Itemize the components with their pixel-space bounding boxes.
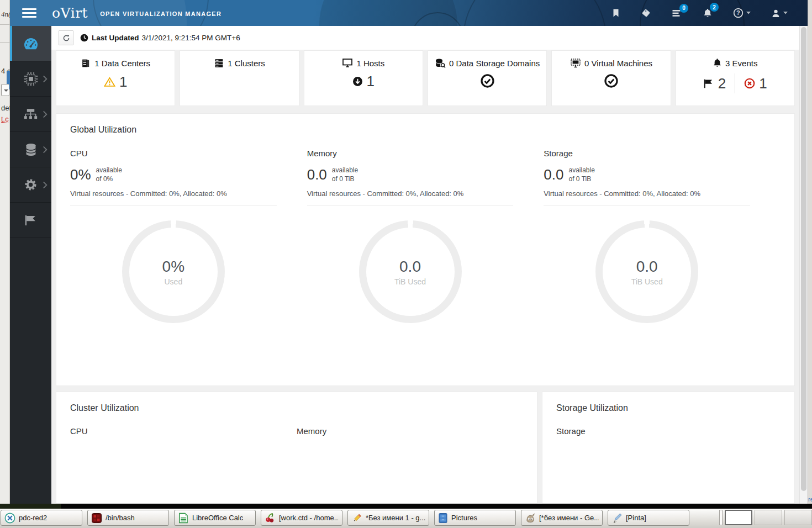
caret-down-icon: [783, 12, 788, 14]
metric-title: Memory: [297, 426, 523, 436]
gu-column-cpu: CPU 0% available of 0% Virtual resources…: [70, 149, 307, 323]
status-count[interactable]: 1: [759, 75, 767, 92]
cluster-utilization-panel: Cluster Utilization CPU Memory: [56, 392, 537, 504]
deco-circle: [319, 0, 457, 26]
sidebar-item-dashboard[interactable]: [10, 26, 51, 61]
taskbar-button-pdc-red2[interactable]: pdc-red2: [1, 510, 82, 526]
storage-icon: [24, 142, 38, 157]
pinta-icon: [611, 513, 623, 524]
masthead-icons: 0 2 ?: [611, 8, 808, 18]
taskbar-button-pinta[interactable]: [Pinta]: [608, 510, 689, 526]
available-of: of 0 TiB: [569, 175, 595, 183]
down-circle-icon: [352, 76, 363, 87]
check-circle-icon: [480, 73, 495, 88]
sidebar-item-compute[interactable]: [10, 61, 51, 97]
clock-icon: [80, 34, 88, 42]
taskbar-button-gedit[interactable]: *Без имени 1 - g...: [347, 510, 429, 526]
bookmark-icon[interactable]: [611, 8, 620, 18]
sidebar-item-events[interactable]: [10, 203, 51, 238]
remote-desktop-icon: [4, 513, 15, 524]
chevron-right-icon: [43, 75, 48, 83]
available-label: available: [569, 166, 595, 175]
refresh-button[interactable]: [59, 30, 73, 45]
metric-title: Memory: [307, 149, 514, 158]
scrollbar-thumb[interactable]: [801, 27, 806, 491]
card-label: 1 Clusters: [228, 59, 265, 68]
status-count[interactable]: 1: [367, 73, 375, 90]
caret-down-icon: [746, 12, 751, 14]
available-value: 0%: [70, 166, 91, 183]
taskbar-button-pictures[interactable]: Pictures: [434, 510, 516, 526]
available-label: available: [332, 166, 358, 175]
background-window-right[interactable]: rev: [808, 0, 812, 504]
sidebar-item-administration[interactable]: [10, 167, 51, 203]
masthead: oVirt OPEN VIRTUALIZATION MANAGER 0 2: [10, 0, 808, 26]
background-window-left[interactable]: 4n( 4 e def t.c: [0, 0, 10, 504]
flag-icon: [24, 214, 38, 227]
workspace-3[interactable]: [784, 510, 812, 525]
card-data-centers[interactable]: 1 Data Centers 1: [56, 50, 175, 106]
notifications-bell-icon[interactable]: 2: [703, 8, 713, 18]
card-storage-domains[interactable]: 0 Data Storage Domains: [428, 50, 547, 106]
card-label: 3 Events: [725, 59, 757, 68]
available-value: 0.0: [544, 166, 563, 183]
sidebar-item-network[interactable]: [10, 97, 51, 132]
help-menu[interactable]: ?: [733, 8, 751, 18]
workspace-switcher: [719, 510, 812, 525]
workspace-1[interactable]: [725, 510, 752, 525]
donut-value: 0%: [162, 258, 184, 276]
taskbar-button-cherrytree[interactable]: [work.ctd - /home...: [261, 510, 342, 526]
tasks-icon[interactable]: 0: [672, 9, 682, 18]
divider: [544, 205, 750, 206]
bg-text-fragment: def: [1, 104, 10, 112]
ovirt-logo[interactable]: oVirt: [52, 5, 88, 21]
gimp-icon: [525, 513, 536, 524]
gu-column-storage: Storage 0.0 available of 0 TiB Virtual r…: [544, 149, 781, 323]
chevron-right-icon: [43, 146, 48, 154]
chevron-right-icon: [43, 181, 48, 189]
last-updated-time: 3/1/2021, 9:21:54 PM GMT+6: [142, 34, 240, 42]
donut-unit: Used: [164, 277, 182, 286]
taskbar-button-libreoffice-calc[interactable]: LibreOffice Calc: [174, 510, 256, 526]
cpu-donut-chart: 0% Used: [122, 220, 225, 323]
status-count[interactable]: 2: [718, 75, 726, 92]
card-events[interactable]: 3 Events 2 1: [676, 50, 795, 106]
dashboard-content: Last Updated 3/1/2021, 9:21:54 PM GMT+6 …: [51, 26, 799, 504]
tasks-badge: 0: [679, 4, 688, 13]
metric-title: CPU: [70, 149, 277, 158]
available-value: 0.0: [307, 166, 327, 183]
user-menu[interactable]: [771, 8, 788, 18]
workspace-2[interactable]: [755, 510, 782, 525]
available-of: of 0 TiB: [332, 175, 358, 183]
virtual-machines-icon: [570, 58, 581, 68]
bg-link-fragment: rev: [808, 496, 812, 503]
taskbar-button-gimp[interactable]: [*без имени - Ge...: [521, 510, 603, 526]
clusters-icon: [214, 58, 224, 68]
error-circle-icon: [744, 78, 755, 89]
donut-value: 0.0: [399, 258, 421, 276]
global-utilization-panel: Global Utilization CPU 0% available of 0…: [56, 113, 795, 386]
card-virtual-machines[interactable]: 0 Virtual Machines: [551, 50, 671, 106]
hosts-icon: [342, 58, 353, 68]
virtual-resources-line: Virtual resources - Committed: 0%, Alloc…: [307, 189, 514, 198]
card-label: 1 Data Centers: [94, 59, 150, 68]
bg-dropdown: [1, 84, 9, 96]
product-name: OPEN VIRTUALIZATION MANAGER: [100, 9, 222, 17]
tag-icon[interactable]: [641, 8, 651, 18]
cherrytree-icon: [265, 513, 276, 524]
gu-column-memory: Memory 0.0 available of 0 TiB Virtual re…: [307, 149, 544, 323]
applet-handle[interactable]: [719, 510, 723, 525]
card-label: 0 Virtual Machines: [584, 59, 652, 68]
question-glyph: ?: [736, 9, 740, 16]
vertical-scrollbar[interactable]: [799, 26, 808, 504]
hamburger-menu-icon[interactable]: [22, 6, 36, 20]
divider: [70, 205, 277, 206]
card-hosts[interactable]: 1 Hosts 1: [304, 50, 423, 106]
available-of: of 0%: [96, 175, 122, 183]
taskbar-button-bash[interactable]: /bin/bash: [87, 510, 169, 526]
status-count[interactable]: 1: [119, 73, 127, 91]
storage-donut-chart: 0.0 TiB Used: [595, 220, 698, 323]
sidebar-item-storage[interactable]: [10, 132, 51, 167]
card-clusters[interactable]: 1 Clusters: [180, 50, 299, 106]
compute-icon: [24, 72, 38, 86]
